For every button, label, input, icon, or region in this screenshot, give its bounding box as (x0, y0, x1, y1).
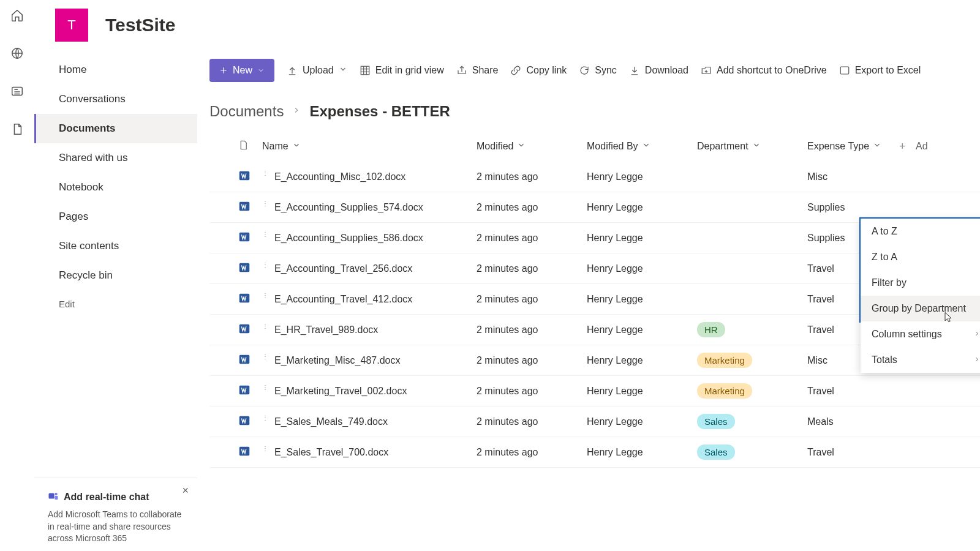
menu-totals[interactable]: Totals (861, 347, 980, 373)
new-indicator-icon: ⋮ (262, 414, 268, 421)
nav-item-documents[interactable]: Documents (34, 114, 197, 143)
upload-button[interactable]: Upload (287, 65, 347, 76)
menu-sort-az[interactable]: A to Z (861, 219, 980, 244)
table-row[interactable]: ⋮E_Sales_Meals_749.docx2 minutes agoHenr… (209, 407, 980, 437)
close-icon[interactable]: × (182, 484, 189, 497)
file-name[interactable]: E_Marketing_Travel_002.docx (274, 386, 407, 397)
table-row[interactable]: ⋮E_Marketing_Travel_002.docx2 minutes ag… (209, 376, 980, 407)
modified-cell: 2 minutes ago (477, 324, 587, 335)
edit-grid-button[interactable]: Edit in grid view (360, 65, 444, 76)
modified-by-cell[interactable]: Henry Legge (587, 355, 697, 366)
nav-item-pages[interactable]: Pages (34, 202, 197, 231)
modified-by-cell[interactable]: Henry Legge (587, 202, 697, 213)
department-pill: HR (697, 322, 725, 337)
expense-type-cell: Supplies (807, 202, 899, 213)
site-header: T TestSite (34, 0, 980, 50)
breadcrumb-root[interactable]: Documents (209, 103, 284, 120)
word-doc-icon (238, 383, 262, 399)
modified-by-cell[interactable]: Henry Legge (587, 324, 697, 335)
word-doc-icon (238, 169, 262, 185)
new-button[interactable]: New (209, 59, 274, 82)
new-button-label: New (233, 65, 252, 76)
file-name[interactable]: E_Accounting_Travel_412.docx (274, 294, 412, 305)
promo-body: Add Microsoft Teams to collaborate in re… (48, 509, 184, 545)
chevron-down-icon (752, 141, 761, 152)
department-cell: Marketing (697, 353, 807, 368)
modified-by-cell[interactable]: Henry Legge (587, 263, 697, 274)
svg-rect-2 (49, 493, 55, 499)
word-doc-icon (238, 322, 262, 338)
copy-link-button[interactable]: Copy link (510, 65, 567, 76)
department-pill: Marketing (697, 353, 752, 368)
sync-button[interactable]: Sync (579, 65, 617, 76)
column-header-modified-by[interactable]: Modified By (587, 141, 697, 152)
modified-by-cell[interactable]: Henry Legge (587, 447, 697, 458)
department-pill: Sales (697, 444, 735, 460)
export-excel-button[interactable]: Export to Excel (839, 65, 921, 76)
file-name[interactable]: E_Accounting_Travel_256.docx (274, 263, 412, 274)
file-name[interactable]: E_HR_Travel_989.docx (274, 324, 378, 335)
file-name[interactable]: E_Marketing_Misc_487.docx (274, 355, 400, 366)
table-row[interactable]: ⋮E_Sales_Travel_700.docx2 minutes agoHen… (209, 437, 980, 468)
new-indicator-icon: ⋮ (262, 353, 268, 360)
menu-filter-by[interactable]: Filter by (861, 270, 980, 296)
file-name[interactable]: E_Accounting_Supplies_574.docx (274, 202, 423, 213)
menu-group-by-department[interactable]: Group by Department (861, 296, 980, 321)
column-header-modified[interactable]: Modified (477, 141, 587, 152)
home-icon[interactable] (10, 9, 24, 24)
table-row[interactable]: ⋮E_Accounting_Misc_102.docx2 minutes ago… (209, 162, 980, 192)
column-header-department[interactable]: Department (697, 141, 807, 152)
chevron-right-icon (973, 354, 980, 365)
file-name[interactable]: E_Accounting_Supplies_586.docx (274, 233, 423, 244)
breadcrumb-current: Expenses - BETTER (309, 103, 450, 120)
site-title[interactable]: TestSite (105, 15, 175, 36)
expense-type-cell: Travel (807, 447, 899, 458)
new-indicator-icon: ⋮ (262, 170, 268, 176)
news-icon[interactable] (10, 84, 24, 100)
column-header-name[interactable]: Name (262, 141, 477, 152)
expense-type-cell: Travel (807, 386, 899, 397)
menu-column-settings[interactable]: Column settings (861, 321, 980, 347)
modified-cell: 2 minutes ago (477, 294, 587, 305)
new-indicator-icon: ⋮ (262, 261, 268, 268)
nav-item-shared-with-us[interactable]: Shared with us (34, 143, 197, 173)
file-name[interactable]: E_Sales_Meals_749.docx (274, 416, 388, 427)
modified-cell: 2 minutes ago (477, 416, 587, 427)
nav-item-notebook[interactable]: Notebook (34, 173, 197, 202)
new-indicator-icon: ⋮ (262, 384, 268, 391)
add-column-button[interactable]: + Ad (899, 140, 942, 153)
modified-by-cell[interactable]: Henry Legge (587, 386, 697, 397)
add-shortcut-button[interactable]: Add shortcut to OneDrive (701, 65, 827, 76)
department-cell: Marketing (697, 383, 807, 399)
nav-item-home[interactable]: Home (34, 55, 197, 84)
chevron-down-icon (292, 141, 301, 152)
chevron-down-icon (517, 141, 526, 152)
file-icon[interactable] (10, 122, 24, 138)
department-cell: Sales (697, 444, 807, 460)
menu-sort-za[interactable]: Z to A (861, 244, 980, 270)
modified-cell: 2 minutes ago (477, 263, 587, 274)
modified-by-cell[interactable]: Henry Legge (587, 294, 697, 305)
file-name[interactable]: E_Accounting_Misc_102.docx (274, 171, 405, 182)
modified-by-cell[interactable]: Henry Legge (587, 233, 697, 244)
file-name[interactable]: E_Sales_Travel_700.docx (274, 447, 388, 458)
modified-cell: 2 minutes ago (477, 202, 587, 213)
word-doc-icon (238, 200, 262, 216)
nav-item-site-contents[interactable]: Site contents (34, 231, 197, 261)
nav-item-conversations[interactable]: Conversations (34, 84, 197, 114)
department-pill: Sales (697, 414, 735, 429)
nav-edit-link[interactable]: Edit (34, 290, 197, 318)
new-indicator-icon: ⋮ (262, 292, 268, 299)
site-logo[interactable]: T (55, 9, 88, 42)
teams-icon (48, 490, 59, 504)
modified-by-cell[interactable]: Henry Legge (587, 171, 697, 182)
toolbar: New Upload Edit in grid view Share Copy … (197, 50, 980, 91)
share-button[interactable]: Share (456, 65, 499, 76)
column-header-expense-type[interactable]: Expense Type (807, 141, 899, 152)
promo-title: Add real-time chat (64, 492, 149, 503)
new-indicator-icon: ⋮ (262, 231, 268, 238)
download-button[interactable]: Download (629, 65, 688, 76)
globe-icon[interactable] (10, 47, 24, 62)
nav-item-recycle-bin[interactable]: Recycle bin (34, 261, 197, 290)
modified-by-cell[interactable]: Henry Legge (587, 416, 697, 427)
